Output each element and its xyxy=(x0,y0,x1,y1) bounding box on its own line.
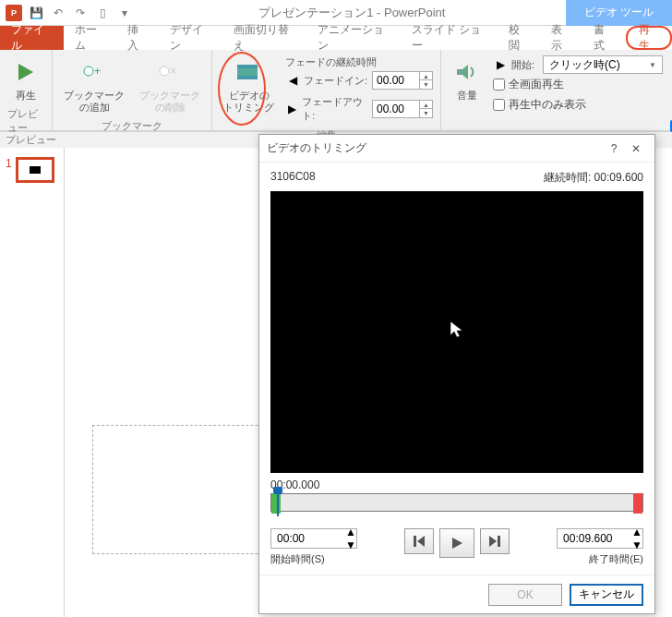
fade-duration-label: フェードの継続時間 xyxy=(285,55,433,69)
volume-icon xyxy=(452,57,482,87)
end-time-input[interactable] xyxy=(558,529,631,548)
slide-thumb-preview xyxy=(16,157,54,183)
start-time-label: 開始時間(S) xyxy=(270,552,357,566)
dialog-footer: OK キャンセル xyxy=(259,575,654,613)
playhead[interactable] xyxy=(277,489,279,516)
end-time-label: 終了時間(E) xyxy=(589,552,643,566)
trim-video-dialog: ビデオのトリミング ? ✕ 3106C08 継続時間: 00:09.600 00… xyxy=(258,134,655,614)
help-button[interactable]: ? xyxy=(603,138,625,160)
dialog-body: 3106C08 継続時間: 00:09.600 00:00.000 ▲▼ 開始時… xyxy=(259,163,654,575)
bookmark-add-icon: + xyxy=(79,57,109,87)
group-bookmarks: + ブックマーク の追加 × ブックマーク の削除 ブックマーク xyxy=(53,50,212,130)
qat-dropdown-icon[interactable]: ▾ xyxy=(116,5,133,21)
svg-marker-0 xyxy=(18,64,33,80)
clip-name: 3106C08 xyxy=(270,170,316,186)
duration-readout: 継続時間: 00:09.600 xyxy=(544,170,643,186)
video-preview[interactable] xyxy=(270,191,643,473)
svg-rect-7 xyxy=(237,76,258,79)
svg-point-1 xyxy=(84,67,93,76)
group-video-options: 音量 ▶ 開始: クリック時(C) ▼ 全画面再生 再生中のみ表示 停止するまで… xyxy=(441,50,672,130)
bookmark-remove-icon: × xyxy=(155,57,185,87)
svg-marker-11 xyxy=(417,536,425,547)
fade-in-input[interactable] xyxy=(373,72,419,89)
spin-down-icon[interactable]: ▼ xyxy=(420,109,432,117)
play-button[interactable]: 再生 xyxy=(7,54,44,105)
fade-in-label: フェードイン: xyxy=(304,74,368,88)
redo-icon[interactable]: ↷ xyxy=(72,5,89,21)
svg-rect-6 xyxy=(237,65,258,68)
spin-up-icon[interactable]: ▲ xyxy=(420,101,432,109)
start-time-input[interactable] xyxy=(271,529,345,548)
tab-format[interactable]: 書式 xyxy=(582,26,625,50)
fade-out-label: フェードアウト: xyxy=(302,95,368,123)
tab-view[interactable]: 表示 xyxy=(540,26,582,50)
start-time-spinner[interactable]: ▲▼ xyxy=(270,528,357,549)
trim-timeline[interactable] xyxy=(270,493,643,512)
ribbon-tabs: ファイル ホーム 挿入 デザイン 画面切り替え アニメーション スライド ショー… xyxy=(0,26,672,50)
play-icon xyxy=(11,57,41,87)
play-pause-button[interactable] xyxy=(439,528,474,558)
start-icon: ▶ xyxy=(493,57,508,72)
current-timecode: 00:00.000 xyxy=(270,478,643,491)
fade-in-spinner[interactable]: ▲▼ xyxy=(372,71,433,90)
spin-up-icon[interactable]: ▲ xyxy=(631,526,642,538)
spin-up-icon[interactable]: ▲ xyxy=(345,526,356,538)
svg-marker-12 xyxy=(452,538,462,549)
undo-icon[interactable]: ↶ xyxy=(50,5,66,21)
fade-out-icon: ▶ xyxy=(285,102,298,116)
slide-thumbnail-panel: 1 xyxy=(0,148,65,617)
svg-rect-10 xyxy=(414,536,416,547)
next-frame-button[interactable] xyxy=(480,528,510,554)
tab-design[interactable]: デザイン xyxy=(159,26,222,50)
app-icon: P xyxy=(6,5,22,21)
tab-animations[interactable]: アニメーション xyxy=(306,26,401,50)
prev-frame-button[interactable] xyxy=(404,528,434,554)
tab-playback[interactable]: 再生 xyxy=(626,26,672,50)
start-dropdown-value: クリック時(C) xyxy=(549,57,620,73)
start-from-beginning-icon[interactable]: ▯ xyxy=(94,5,111,21)
quick-access-toolbar: P 💾 ↶ ↷ ▯ ▾ xyxy=(0,5,138,21)
start-dropdown[interactable]: クリック時(C) ▼ xyxy=(543,55,663,74)
dialog-titlebar: ビデオのトリミング ? ✕ xyxy=(259,135,654,163)
fade-out-input[interactable] xyxy=(373,101,419,117)
group-edit: ビデオの トリミング フェードの継続時間 ◀ フェードイン: ▲▼ ▶ フェード… xyxy=(212,50,441,130)
fade-out-spinner[interactable]: ▲▼ xyxy=(372,100,433,118)
tab-home[interactable]: ホーム xyxy=(64,26,116,50)
close-button[interactable]: ✕ xyxy=(625,138,647,160)
slide-thumbnail[interactable]: 1 xyxy=(6,157,58,183)
spin-down-icon[interactable]: ▼ xyxy=(420,80,432,89)
dialog-title: ビデオのトリミング xyxy=(267,140,366,156)
full-screen-checkbox[interactable]: 全画面再生 xyxy=(493,77,663,92)
tab-review[interactable]: 校閲 xyxy=(498,26,540,50)
svg-text:×: × xyxy=(170,65,176,78)
hide-not-playing-checkbox[interactable]: 再生中のみ表示 xyxy=(493,97,663,113)
spin-down-icon[interactable]: ▼ xyxy=(345,538,356,551)
tab-slideshow[interactable]: スライド ショー xyxy=(401,26,498,50)
svg-rect-14 xyxy=(498,536,500,547)
tab-transitions[interactable]: 画面切り替え xyxy=(222,26,306,50)
chevron-down-icon: ▼ xyxy=(649,61,656,69)
cancel-button[interactable]: キャンセル xyxy=(570,584,643,606)
trim-video-button[interactable]: ビデオの トリミング xyxy=(220,54,278,117)
end-time-spinner[interactable]: ▲▼ xyxy=(557,528,643,549)
ribbon: 再生 プレビュー + ブックマーク の追加 × ブックマーク の削除 ブックマー… xyxy=(0,50,672,131)
slide-number: 1 xyxy=(6,157,12,170)
window-title: プレゼンテーション1 - PowerPoint xyxy=(138,5,566,21)
cursor-icon xyxy=(450,321,464,344)
add-bookmark-button[interactable]: + ブックマーク の追加 xyxy=(60,54,128,117)
tab-insert[interactable]: 挿入 xyxy=(116,26,159,50)
svg-marker-9 xyxy=(450,321,462,337)
svg-marker-13 xyxy=(489,536,497,547)
trim-start-handle[interactable] xyxy=(271,493,281,514)
trim-video-icon xyxy=(234,57,264,87)
start-label: 開始: xyxy=(511,58,539,72)
ok-button: OK xyxy=(488,584,562,606)
tab-file[interactable]: ファイル xyxy=(0,26,64,50)
svg-point-3 xyxy=(160,67,169,76)
spin-down-icon[interactable]: ▼ xyxy=(631,538,642,551)
trim-end-handle[interactable] xyxy=(633,493,642,514)
save-icon[interactable]: 💾 xyxy=(28,5,44,21)
spin-up-icon[interactable]: ▲ xyxy=(420,72,432,80)
svg-marker-8 xyxy=(457,65,468,79)
volume-button[interactable]: 音量 xyxy=(449,54,486,105)
